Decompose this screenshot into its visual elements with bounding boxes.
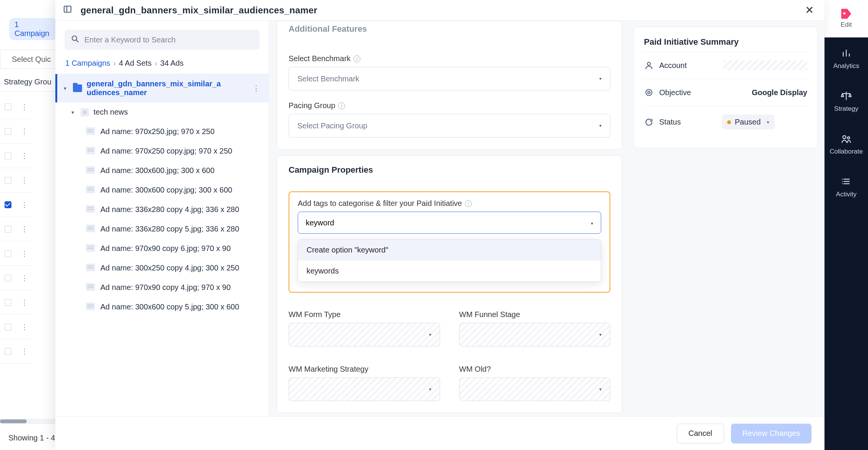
search-input[interactable] bbox=[84, 36, 253, 44]
review-changes-button[interactable]: Review Changes bbox=[731, 424, 812, 444]
form-type-select[interactable]: ▾ bbox=[289, 323, 440, 346]
close-icon[interactable]: ✕ bbox=[802, 2, 817, 18]
breadcrumb-adsets[interactable]: 4 Ad Sets bbox=[119, 59, 152, 68]
row-menu-icon[interactable]: ⋮ bbox=[17, 266, 32, 290]
tree-ad-item[interactable]: Ad name: 300x250 copy 4.jpg; 300 x 250 bbox=[55, 258, 269, 278]
tree-ad-item[interactable]: Ad name: 970x90 copy 4.jpg; 970 x 90 bbox=[55, 278, 269, 297]
campaign-properties-card: Campaign Properties Add tags to categori… bbox=[277, 155, 622, 413]
info-icon[interactable]: i bbox=[338, 102, 345, 109]
benchmark-label: Select Benchmark bbox=[289, 54, 350, 63]
nav-analytics[interactable]: Analytics bbox=[824, 37, 868, 80]
more-icon[interactable]: ⋮ bbox=[250, 83, 262, 94]
breadcrumb-ads[interactable]: 34 Ads bbox=[160, 59, 184, 68]
svg-rect-2 bbox=[64, 6, 71, 12]
tree-ad-label: Ad name: 336x280 copy 4.jpg; 336 x 280 bbox=[100, 205, 261, 214]
breadcrumb: 1 Campaigns › 4 Ad Sets › 34 Ads bbox=[55, 59, 269, 74]
nav-activity[interactable]: Activity bbox=[824, 166, 868, 209]
status-badge[interactable]: Paused ▾ bbox=[722, 115, 774, 129]
tags-label: Add tags to categorise & filter your Pai… bbox=[298, 199, 462, 208]
marketing-strategy-label: WM Marketing Strategy bbox=[289, 365, 440, 374]
tree-ad-label: Ad name: 970x90 copy 4.jpg; 970 x 90 bbox=[100, 283, 261, 292]
folder-icon bbox=[73, 84, 82, 92]
nav-collaborate[interactable]: Collaborate bbox=[824, 123, 868, 166]
tree-ad-item[interactable]: Ad name: 300x600 copy 5.jpg; 300 x 600 bbox=[55, 297, 269, 317]
ad-icon bbox=[86, 205, 95, 213]
target-icon bbox=[644, 87, 654, 97]
caret-down-icon: ▾ bbox=[64, 85, 68, 91]
cancel-button[interactable]: Cancel bbox=[677, 424, 724, 444]
edit-rail-button[interactable]: Edit bbox=[841, 0, 852, 37]
row-checkbox[interactable] bbox=[5, 324, 11, 330]
breadcrumb-campaigns[interactable]: 1 Campaigns bbox=[65, 59, 110, 68]
list-icon bbox=[841, 176, 852, 187]
tree-ad-item[interactable]: Ad name: 970x90 copy 6.jpg; 970 x 90 bbox=[55, 239, 269, 258]
tree-ad-label: Ad name: 300x600 copy 5.jpg; 300 x 600 bbox=[100, 303, 261, 311]
marketing-strategy-select[interactable]: ▾ bbox=[289, 377, 440, 401]
row-menu-icon[interactable]: ⋮ bbox=[17, 168, 32, 193]
chevron-down-icon: ▾ bbox=[767, 120, 769, 125]
dropdown-create-option[interactable]: Create option "keyword" bbox=[298, 240, 601, 261]
paging-label: Showing 1 - 4 bbox=[0, 434, 55, 442]
chevron-down-icon: ▾ bbox=[599, 332, 602, 337]
row-checkbox-checked[interactable] bbox=[5, 201, 11, 208]
pacing-placeholder: Select Pacing Group bbox=[297, 121, 367, 130]
tree-group-item[interactable]: ▾ tech news bbox=[55, 102, 269, 122]
row-menu-icon[interactable]: ⋮ bbox=[17, 144, 32, 168]
chevron-right-icon: › bbox=[113, 59, 116, 68]
ad-icon bbox=[86, 147, 95, 154]
tree-ad-item[interactable]: Ad name: 336x280 copy 4.jpg; 336 x 280 bbox=[55, 200, 269, 219]
row-menu-icon[interactable]: ⋮ bbox=[17, 290, 32, 315]
dropdown-option[interactable]: keywords bbox=[298, 261, 601, 282]
info-icon[interactable]: i bbox=[353, 55, 360, 62]
svg-point-6 bbox=[648, 91, 650, 94]
tree-ad-item[interactable]: Ad name: 970x250.jpg; 970 x 250 bbox=[55, 122, 269, 141]
tree-ad-item[interactable]: Ad name: 336x280 copy 5.jpg; 336 x 280 bbox=[55, 219, 269, 239]
row-menu-icon[interactable]: ⋮ bbox=[17, 315, 32, 339]
status-value: Paused bbox=[735, 118, 761, 126]
search-box[interactable] bbox=[65, 30, 260, 50]
card-heading: Campaign Properties bbox=[277, 156, 622, 185]
row-checkbox[interactable] bbox=[5, 299, 11, 306]
tags-combobox[interactable]: ▴ bbox=[298, 212, 601, 234]
tree-ad-item[interactable]: Ad name: 300x600.jpg; 300 x 600 bbox=[55, 161, 269, 180]
row-checkbox[interactable] bbox=[5, 177, 11, 184]
select-quick-toggle[interactable]: Select Quic bbox=[0, 50, 57, 69]
row-menu-icon[interactable]: ⋮ bbox=[17, 217, 32, 241]
row-menu-icon[interactable]: ⋮ bbox=[17, 193, 32, 217]
campaign-count-pill[interactable]: 1 Campaign bbox=[9, 18, 57, 40]
tree-root-label: general_gdn_banners_mix_similar_audience… bbox=[87, 79, 224, 97]
tree-root-item[interactable]: ▾ general_gdn_banners_mix_similar_audien… bbox=[55, 74, 269, 102]
row-checkbox[interactable] bbox=[5, 275, 11, 282]
nav-strategy[interactable]: Strategy bbox=[824, 80, 868, 123]
tree-ad-item[interactable]: Ad name: 300x600 copy.jpg; 300 x 600 bbox=[55, 180, 269, 200]
row-menu-icon[interactable]: ⋮ bbox=[17, 119, 32, 144]
row-checkbox[interactable] bbox=[5, 152, 11, 159]
svg-point-0 bbox=[843, 136, 846, 139]
svg-point-4 bbox=[647, 62, 650, 65]
refresh-icon bbox=[644, 117, 654, 127]
status-label: Status bbox=[659, 118, 716, 126]
chevron-up-icon: ▴ bbox=[591, 220, 593, 225]
pacing-select[interactable]: Select Pacing Group ▾ bbox=[289, 114, 610, 138]
tags-input[interactable] bbox=[306, 219, 591, 227]
form-type-label: WM Form Type bbox=[289, 310, 440, 319]
old-select[interactable]: ▾ bbox=[459, 377, 611, 401]
row-menu-icon[interactable]: ⋮ bbox=[17, 241, 32, 266]
info-icon[interactable]: i bbox=[465, 200, 472, 207]
row-checkbox[interactable] bbox=[5, 348, 11, 355]
panel-toggle-icon[interactable] bbox=[63, 5, 72, 16]
benchmark-select[interactable]: Select Benchmark ▾ bbox=[289, 67, 610, 91]
row-checkbox[interactable] bbox=[5, 250, 11, 257]
summary-heading: Paid Initiative Summary bbox=[644, 37, 807, 47]
row-checkbox[interactable] bbox=[5, 104, 11, 110]
tree-group-label: tech news bbox=[94, 108, 128, 117]
funnel-stage-select[interactable]: ▾ bbox=[459, 323, 611, 346]
row-menu-icon[interactable]: ⋮ bbox=[17, 95, 32, 119]
person-icon bbox=[644, 60, 654, 70]
row-checkbox[interactable] bbox=[5, 128, 11, 135]
svg-point-5 bbox=[646, 89, 652, 96]
row-checkbox[interactable] bbox=[5, 226, 11, 233]
tree-ad-item[interactable]: Ad name: 970x250 copy.jpg; 970 x 250 bbox=[55, 141, 269, 161]
tree-ad-label: Ad name: 300x600.jpg; 300 x 600 bbox=[100, 166, 261, 175]
row-menu-icon[interactable]: ⋮ bbox=[17, 339, 32, 364]
